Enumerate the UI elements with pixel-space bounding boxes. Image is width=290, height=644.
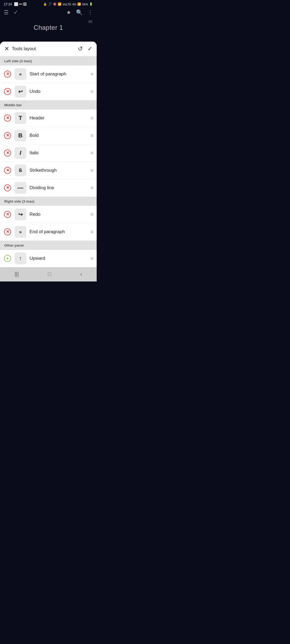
sheet-header: ✕ Tools layout ↺ ✓ [0,42,97,56]
section-other-label: Other panel [4,243,24,247]
remove-italic-button[interactable]: ✕ [4,149,11,157]
page-number: 80 [89,20,92,24]
upward-icon-box: ↑ [15,253,26,264]
end-paragraph-icon-box: » [15,226,26,238]
chevron-right-icon: » [19,229,22,235]
tool-row-redo: ✕ ↪ Redo ≡ [0,206,97,223]
star-icon[interactable]: ★ [66,9,71,16]
check-icon[interactable]: ✓ [13,9,18,16]
top-action-bar: ☰ ✓ ★ 🔍 ⋮ [0,7,97,19]
dividing-line-icon-box: — [15,182,26,194]
confirm-icon[interactable]: ✓ [88,45,92,52]
chevron-left-icon: « [19,71,22,77]
tools-layout-sheet: ✕ Tools layout ↺ ✓ Left side (3 max) ✕ «… [0,42,97,267]
start-paragraph-label: Start of paragraph [30,71,87,77]
close-icon[interactable]: ✕ [4,45,9,52]
undo-icon: ↩ [18,88,23,95]
drag-handle[interactable]: ≡ [90,89,93,94]
remove-redo-button[interactable]: ✕ [4,211,11,218]
remove-icon: ✕ [4,228,11,235]
section-right-side: Right side (3 max) [0,197,97,206]
recent-apps-button[interactable]: ||| [9,270,24,278]
section-left-side: Left side (3 max) [0,56,97,65]
tool-row-strikethrough: ✕ S Strikethrough ≡ [0,162,97,179]
back-button[interactable]: ‹ [75,270,88,278]
tool-row-header: ✕ T Header ≡ [0,109,97,127]
tool-row-bold: ✕ B Bold ≡ [0,127,97,144]
reader-area: 80 Chapter 1 [0,19,97,42]
remove-icon: ✕ [4,149,11,156]
bold-icon-box: B [15,130,26,141]
drag-handle[interactable]: ≡ [90,186,93,190]
undo-label: Undo [30,89,87,94]
italic-icon-box: I [15,147,26,159]
home-button[interactable]: □ [42,270,56,278]
tool-row-upward: + ↑ Upward ≡ [0,250,97,267]
tool-row-undo: ✕ ↩ Undo ≡ [0,83,97,100]
redo-icon: ↪ [18,211,23,218]
drag-handle[interactable]: ≡ [90,133,93,138]
bold-b-icon: B [18,132,23,139]
header-label: Header [30,115,87,121]
remove-icon: ✕ [4,211,11,218]
end-paragraph-label: End of paragraph [30,229,87,235]
undo-icon-box: ↩ [15,86,26,97]
strikethrough-label: Strikethrough [30,168,87,173]
reset-icon[interactable]: ↺ [78,45,83,52]
upward-label: Upward [30,256,87,261]
add-upward-button[interactable]: + [4,255,11,262]
sheet-title: Tools layout [12,46,78,52]
tool-row-italic: ✕ I Italic ≡ [0,144,97,162]
italic-label: Italic [30,150,87,156]
section-middle-label: Middle bar [4,103,22,107]
remove-icon: ✕ [4,71,11,78]
section-left-label: Left side (3 max) [4,59,32,63]
drag-handle[interactable]: ≡ [90,230,93,234]
drag-handle[interactable]: ≡ [90,116,93,120]
header-t-icon: T [19,115,22,122]
bold-label: Bold [30,133,87,138]
tool-row-start-paragraph: ✕ « Start of paragraph ≡ [0,65,97,83]
strikethrough-icon-box: S [15,164,26,176]
italic-i-icon: I [20,149,21,156]
dividing-line-icon: — [17,184,23,191]
remove-icon: ✕ [4,184,11,191]
tool-row-end-paragraph: ✕ » End of paragraph ≡ [0,223,97,241]
remove-bold-button[interactable]: ✕ [4,132,11,139]
section-other-panel: Other panel [0,241,97,250]
remove-icon: ✕ [4,88,11,95]
status-bar: 17:14 ⬜ ••• 🖼 🔒 🎵 🔇 📶 VoLTE 4G 📶 56% 🔋 [0,0,97,7]
drag-handle[interactable]: ≡ [90,151,93,155]
remove-strikethrough-button[interactable]: ✕ [4,167,11,174]
remove-end-paragraph-button[interactable]: ✕ [4,228,11,236]
redo-label: Redo [30,212,87,217]
dividing-line-label: Dividing line [30,185,87,191]
drag-handle[interactable]: ≡ [90,72,93,76]
remove-icon: ✕ [4,115,11,122]
more-options-icon[interactable]: ⋮ [88,9,93,16]
section-middle-bar: Middle bar [0,100,97,109]
status-icons: 🔒 🎵 🔇 📶 VoLTE 4G 📶 56% 🔋 [43,2,93,6]
header-icon-box: T [15,112,26,124]
drag-handle[interactable]: ≡ [90,168,93,173]
start-paragraph-icon-box: « [15,68,26,80]
strikethrough-icon: S [19,168,22,173]
drag-handle[interactable]: ≡ [90,212,93,217]
add-icon: + [4,255,11,262]
upward-arrow-icon: ↑ [19,255,22,262]
section-right-label: Right side (3 max) [4,199,34,203]
chapter-title: Chapter 1 [0,21,97,36]
navigation-bar: ||| □ ‹ [0,267,97,281]
remove-header-button[interactable]: ✕ [4,114,11,122]
menu-icon[interactable]: ☰ [4,9,9,16]
status-time: 17:14 ⬜ ••• 🖼 [4,2,27,6]
redo-icon-box: ↪ [15,208,26,220]
remove-dividing-line-button[interactable]: ✕ [4,184,11,192]
tool-row-dividing-line: ✕ — Dividing line ≡ [0,179,97,197]
remove-undo-button[interactable]: ✕ [4,88,11,95]
remove-icon: ✕ [4,132,11,139]
remove-start-paragraph-button[interactable]: ✕ [4,70,11,78]
search-icon[interactable]: 🔍 [76,9,83,16]
remove-icon: ✕ [4,167,11,174]
drag-handle[interactable]: ≡ [90,256,93,261]
